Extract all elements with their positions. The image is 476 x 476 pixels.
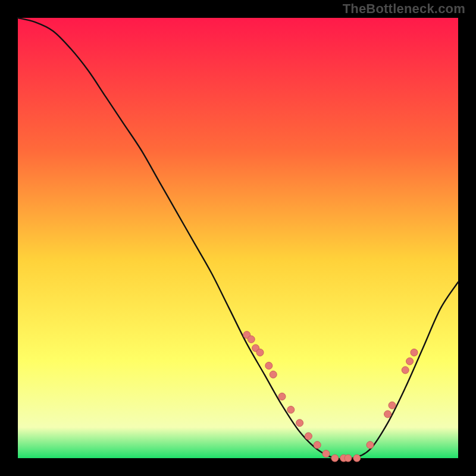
marker-point: [287, 406, 295, 414]
marker-point: [256, 349, 264, 356]
marker-point: [402, 367, 409, 374]
chart-frame: TheBottleneck.com: [0, 0, 476, 476]
marker-point: [248, 336, 255, 343]
marker-point: [389, 402, 396, 409]
marker-point: [270, 371, 277, 378]
marker-point: [265, 362, 273, 369]
marker-point: [384, 411, 392, 418]
marker-point: [296, 419, 303, 427]
marker-point: [331, 455, 339, 462]
marker-point: [411, 349, 418, 356]
plot-background: [18, 18, 458, 458]
marker-point: [314, 441, 321, 449]
marker-point: [353, 455, 361, 462]
marker-point: [406, 358, 414, 365]
marker-point: [322, 450, 330, 458]
marker-point: [278, 393, 286, 400]
bottleneck-chart-svg: [0, 0, 476, 476]
marker-point: [367, 441, 374, 449]
marker-point: [305, 433, 312, 440]
marker-point: [345, 455, 352, 462]
